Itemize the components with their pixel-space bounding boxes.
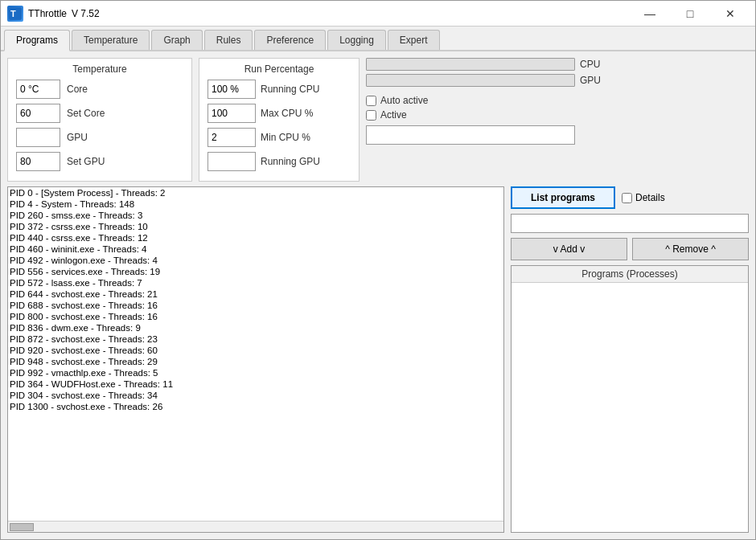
set-gpu-input[interactable] [16, 152, 60, 171]
list-item[interactable]: PID 440 - csrss.exe - Threads: 12 [8, 232, 503, 243]
list-item[interactable]: PID 1300 - svchost.exe - Threads: 26 [8, 401, 503, 412]
details-checkbox[interactable] [622, 193, 632, 203]
run-percentage-header: Run Percentage [207, 63, 351, 75]
details-label: Details [635, 192, 665, 203]
tab-rules[interactable]: Rules [204, 30, 253, 50]
list-item[interactable]: PID 4 - System - Threads: 148 [8, 198, 503, 210]
running-gpu-section [366, 125, 749, 145]
list-item[interactable]: PID 872 - svchost.exe - Threads: 23 [8, 333, 503, 345]
gpu-progress-row: GPU [366, 74, 749, 87]
gpu-input[interactable] [16, 128, 60, 147]
close-button[interactable]: ✕ [712, 5, 749, 22]
running-gpu-label: Running GPU [261, 156, 320, 167]
list-item[interactable]: PID 304 - svchost.exe - Threads: 34 [8, 390, 503, 401]
list-item[interactable]: PID 0 - [System Process] - Threads: 2 [8, 187, 503, 198]
list-item[interactable]: PID 364 - WUDFHost.exe - Threads: 11 [8, 378, 503, 390]
cpu-progress-row: CPU [366, 58, 749, 71]
cpu-progress-label: CPU [580, 59, 604, 70]
temperature-header: Temperature [16, 63, 183, 75]
tab-logging[interactable]: Logging [327, 30, 386, 50]
gpu-label: GPU [67, 132, 88, 143]
core-label: Core [67, 84, 88, 95]
core-input[interactable] [16, 80, 60, 99]
app-version: V 7.52 [72, 8, 100, 19]
title-bar-left: T TThrottle V 7.52 [7, 6, 100, 22]
auto-active-checkbox[interactable] [366, 96, 376, 106]
set-gpu-row: Set GPU [16, 152, 183, 171]
list-item[interactable]: PID 948 - svchost.exe - Threads: 29 [8, 356, 503, 367]
active-checkbox[interactable] [366, 110, 376, 121]
gpu-progress-label: GPU [580, 75, 604, 86]
minimize-button[interactable]: — [631, 5, 668, 22]
app-title: TThrottle [28, 8, 67, 19]
set-gpu-label: Set GPU [67, 156, 105, 167]
tab-graph[interactable]: Graph [151, 30, 202, 50]
svg-text:T: T [10, 9, 16, 18]
list-item[interactable]: PID 460 - wininit.exe - Threads: 4 [8, 243, 503, 255]
list-item[interactable]: PID 260 - smss.exe - Threads: 3 [8, 210, 503, 221]
auto-active-row: Auto active [366, 95, 749, 106]
top-section: Temperature Core Set Core GPU Set GPU [7, 58, 749, 182]
list-item[interactable]: PID 372 - csrss.exe - Threads: 10 [8, 221, 503, 232]
core-row: Core [16, 80, 183, 99]
maximize-button[interactable]: □ [672, 5, 709, 22]
running-cpu-row: Running CPU [207, 80, 351, 99]
main-window: T TThrottle V 7.52 — □ ✕ Programs Temper… [0, 0, 756, 540]
list-item[interactable]: PID 992 - vmacthlp.exe - Threads: 5 [8, 367, 503, 378]
h-scroll-thumb[interactable] [10, 523, 34, 531]
list-programs-button[interactable]: List programs [511, 186, 615, 209]
max-cpu-label: Max CPU % [261, 108, 313, 119]
auto-active-label: Auto active [380, 95, 428, 106]
run-percentage-panel: Run Percentage Running CPU Max CPU % Min… [199, 58, 360, 182]
cpu-progress-bar [366, 58, 575, 71]
scrollable-list: PID 0 - [System Process] - Threads: 2PID… [8, 187, 503, 521]
horizontal-scrollbar[interactable] [8, 521, 503, 532]
tab-temperature[interactable]: Temperature [72, 30, 150, 50]
temperature-panel: Temperature Core Set Core GPU Set GPU [7, 58, 192, 182]
tab-programs[interactable]: Programs [4, 30, 70, 51]
active-label: Active [380, 109, 407, 121]
tab-preference[interactable]: Preference [254, 30, 326, 50]
gpu-progress-bar [366, 74, 575, 87]
bottom-section: PID 0 - [System Process] - Threads: 2PID… [7, 186, 749, 533]
list-item[interactable]: PID 920 - svchost.exe - Threads: 60 [8, 345, 503, 356]
set-core-label: Set Core [67, 108, 105, 119]
list-item[interactable]: PID 556 - services.exe - Threads: 19 [8, 266, 503, 277]
running-gpu-row: Running GPU [207, 152, 351, 171]
progress-section: CPU GPU [366, 58, 749, 87]
gpu-row: GPU [16, 128, 183, 147]
list-programs-row: List programs Details [511, 186, 749, 209]
list-item[interactable]: PID 836 - dwm.exe - Threads: 9 [8, 322, 503, 333]
list-item[interactable]: PID 492 - winlogon.exe - Threads: 4 [8, 255, 503, 266]
list-item[interactable]: PID 800 - svchost.exe - Threads: 16 [8, 311, 503, 322]
active-row: Active [366, 109, 749, 121]
main-content: Temperature Core Set Core GPU Set GPU [1, 51, 755, 539]
right-panel: CPU GPU Auto active [366, 58, 749, 145]
title-bar: T TThrottle V 7.52 — □ ✕ [1, 1, 755, 27]
checkbox-section: Auto active Active [366, 95, 749, 121]
set-core-input[interactable] [16, 104, 60, 123]
process-list[interactable]: PID 0 - [System Process] - Threads: 2PID… [8, 187, 503, 521]
set-core-row: Set Core [16, 104, 183, 123]
remove-button[interactable]: ^ Remove ^ [632, 238, 749, 260]
running-gpu-input[interactable] [207, 152, 256, 171]
min-cpu-label: Min CPU % [261, 132, 310, 143]
tab-expert[interactable]: Expert [388, 30, 440, 50]
search-input[interactable] [511, 214, 749, 233]
add-remove-row: v Add v ^ Remove ^ [511, 238, 749, 260]
running-cpu-input[interactable] [207, 80, 256, 99]
window-controls: — □ ✕ [631, 5, 749, 22]
list-item[interactable]: PID 688 - svchost.exe - Threads: 16 [8, 300, 503, 311]
add-button[interactable]: v Add v [511, 238, 627, 260]
max-cpu-row: Max CPU % [207, 104, 351, 123]
programs-processes-content [512, 283, 748, 532]
programs-processes-header: Programs (Processes) [512, 266, 748, 283]
list-item[interactable]: PID 644 - svchost.exe - Threads: 21 [8, 288, 503, 300]
programs-processes-panel: Programs (Processes) [511, 265, 749, 533]
min-cpu-input[interactable] [207, 128, 256, 147]
max-cpu-input[interactable] [207, 104, 256, 123]
process-list-panel: PID 0 - [System Process] - Threads: 2PID… [7, 186, 504, 533]
list-item[interactable]: PID 572 - lsass.exe - Threads: 7 [8, 277, 503, 288]
tab-bar: Programs Temperature Graph Rules Prefere… [1, 27, 755, 51]
right-controls: List programs Details v Add v ^ Remove ^… [511, 186, 749, 533]
